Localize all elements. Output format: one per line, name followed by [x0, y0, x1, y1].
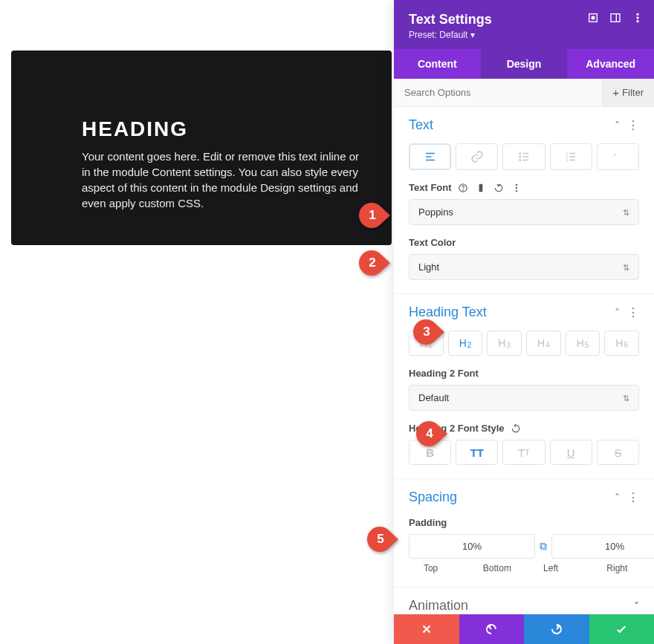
section-text-title: Text — [409, 117, 433, 133]
padding-top-input[interactable] — [409, 534, 535, 559]
uppercase-button[interactable]: TT — [456, 440, 498, 465]
section-spacing-title: Spacing — [409, 489, 457, 505]
svg-point-24 — [462, 189, 463, 190]
heading-font-select[interactable]: Default ⇅ — [409, 385, 639, 411]
callout-5: 5 — [367, 527, 398, 552]
svg-point-12 — [519, 156, 521, 157]
align-left-button[interactable] — [409, 143, 451, 170]
panel-body: Text ˄ ⋮ 123 — [394, 107, 654, 644]
svg-point-28 — [515, 189, 517, 191]
svg-point-14 — [519, 160, 521, 161]
svg-point-10 — [519, 153, 521, 155]
h5-button[interactable]: H5 — [566, 331, 600, 356]
undo-button[interactable] — [459, 614, 525, 644]
h2-button[interactable]: H2 — [448, 331, 483, 356]
h4-button[interactable]: H4 — [526, 331, 561, 356]
h3-button[interactable]: H3 — [487, 331, 522, 356]
filter-button[interactable]: + Filter — [602, 79, 654, 106]
filter-label: Filter — [622, 87, 644, 98]
section-spacing-head[interactable]: Spacing ˄ ⋮ — [409, 489, 639, 505]
svg-text:”: ” — [613, 152, 617, 163]
device-icon[interactable] — [476, 183, 486, 193]
strikethrough-button[interactable]: S — [597, 440, 639, 465]
section-heading-title: Heading Text — [409, 305, 487, 320]
label-right: Right — [595, 563, 639, 573]
svg-rect-25 — [479, 183, 482, 192]
chevron-down-icon: ˅ — [634, 600, 639, 612]
preview-heading: HEADING — [82, 117, 369, 141]
more-icon[interactable] — [632, 12, 644, 24]
chevron-updown-icon: ⇅ — [623, 393, 629, 403]
svg-rect-1 — [592, 16, 595, 19]
chevron-up-icon: ˄ — [615, 492, 620, 504]
text-color-select[interactable]: Light ⇅ — [409, 254, 639, 280]
panel-footer — [394, 614, 654, 644]
padding-label: Padding — [409, 517, 639, 528]
quote-button[interactable]: ” — [597, 143, 639, 170]
panel-preset[interactable]: Preset: Default ▾ — [409, 30, 639, 40]
chevron-updown-icon: ⇅ — [623, 262, 629, 272]
text-font-select[interactable]: Poppins ⇅ — [409, 199, 639, 225]
section-text-head[interactable]: Text ˄ ⋮ — [409, 117, 639, 133]
callout-1: 1 — [359, 203, 390, 228]
tab-advanced[interactable]: Advanced — [567, 49, 654, 79]
svg-text:3: 3 — [566, 158, 568, 163]
svg-point-5 — [637, 17, 639, 19]
chevron-updown-icon: ⇅ — [623, 207, 629, 217]
save-button[interactable] — [589, 614, 655, 644]
more-icon[interactable]: ⋮ — [627, 120, 639, 131]
cancel-button[interactable] — [394, 614, 459, 644]
redo-button[interactable] — [524, 614, 589, 644]
padding-bottom-input[interactable] — [551, 534, 654, 559]
svg-point-26 — [515, 183, 517, 185]
link-button[interactable] — [456, 143, 498, 170]
panel-header: Text Settings Preset: Default ▾ — [394, 0, 654, 49]
svg-point-4 — [637, 13, 639, 16]
underline-button[interactable]: U — [550, 440, 592, 465]
label-left: Left — [529, 563, 573, 573]
preview-module: HEADING Your content goes here. Edit or … — [11, 51, 392, 245]
callout-2: 2 — [359, 250, 390, 276]
list-ol-button[interactable]: 123 — [550, 143, 592, 170]
h6-button[interactable]: H6 — [604, 331, 639, 356]
preview-body: Your content goes here. Edit or remove t… — [82, 149, 369, 211]
label-top: Top — [409, 563, 453, 573]
section-animation-head[interactable]: Animation ˅ — [409, 598, 639, 614]
more-icon[interactable]: ⋮ — [627, 492, 639, 504]
callout-3: 3 — [413, 319, 444, 345]
text-font-label: Text Font — [409, 182, 639, 193]
search-row: + Filter — [394, 79, 654, 107]
help-icon[interactable] — [458, 183, 468, 193]
expand-icon[interactable] — [587, 12, 599, 24]
callout-4: 4 — [416, 421, 447, 446]
search-input[interactable] — [394, 79, 602, 106]
snap-icon[interactable] — [609, 12, 621, 24]
tab-design[interactable]: Design — [481, 49, 568, 79]
section-text: Text ˄ ⋮ 123 — [394, 107, 654, 294]
svg-point-6 — [637, 20, 639, 22]
svg-rect-2 — [611, 14, 620, 22]
svg-point-27 — [515, 186, 517, 188]
tab-content[interactable]: Content — [394, 49, 481, 79]
section-animation-title: Animation — [409, 598, 468, 614]
section-heading-head[interactable]: Heading Text ˄ ⋮ — [409, 305, 639, 320]
more-icon[interactable]: ⋮ — [627, 307, 639, 319]
smallcaps-button[interactable]: TT — [502, 440, 545, 465]
link-icon[interactable]: ⧉ — [540, 540, 547, 553]
chevron-up-icon: ˄ — [615, 307, 620, 319]
label-bottom: Bottom — [475, 563, 519, 573]
chevron-up-icon: ˄ — [615, 120, 620, 131]
list-ul-button[interactable] — [502, 143, 545, 170]
tabs: Content Design Advanced — [394, 49, 654, 79]
reset-icon[interactable] — [511, 423, 521, 434]
text-color-label: Text Color — [409, 237, 639, 248]
more-icon[interactable] — [511, 183, 522, 193]
heading-font-label: Heading 2 Font — [409, 368, 639, 379]
section-spacing: Spacing ˄ ⋮ Padding ⧉ ⧉ — [394, 479, 654, 588]
reset-icon[interactable] — [493, 183, 504, 193]
